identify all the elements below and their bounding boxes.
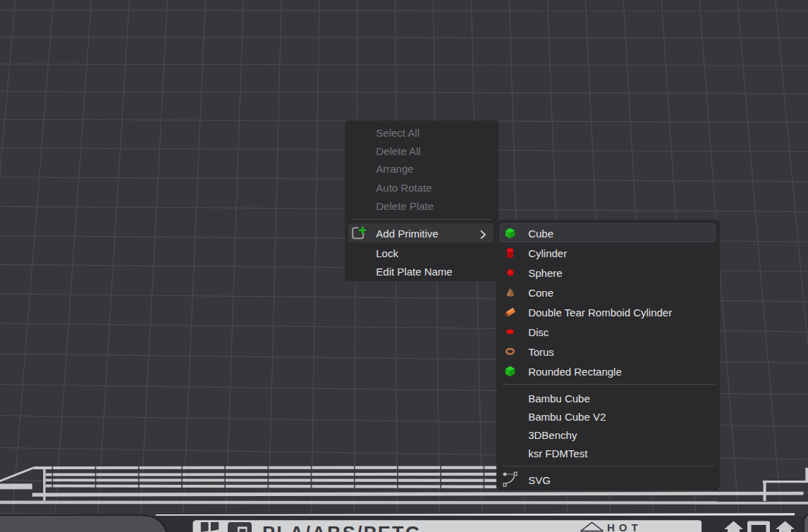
- svg-text:PLA/ABS/PETG: PLA/ABS/PETG: [262, 523, 422, 532]
- svg-text:HOT: HOT: [607, 521, 642, 532]
